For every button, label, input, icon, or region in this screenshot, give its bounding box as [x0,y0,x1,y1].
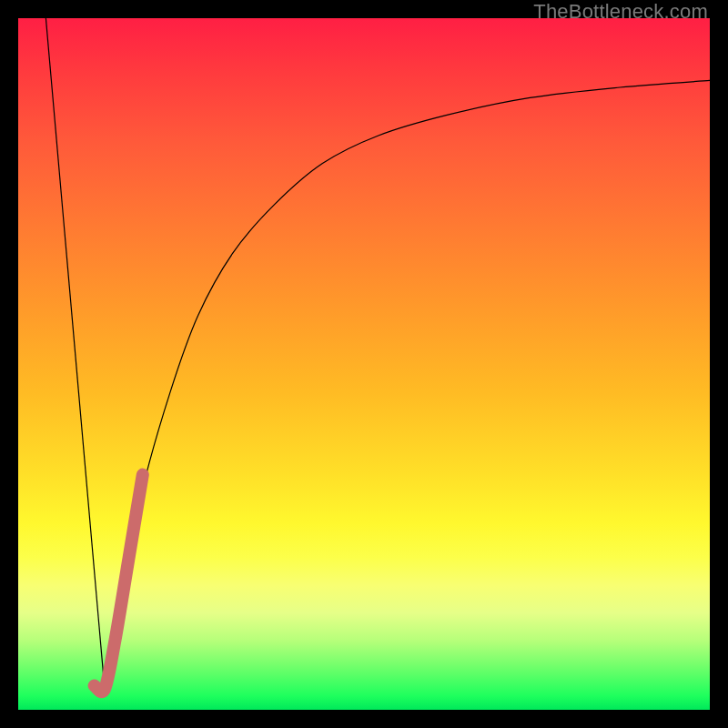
chart-svg [18,18,710,710]
chart-frame: TheBottleneck.com [0,0,728,728]
curve-left-descent [46,18,105,689]
curve-right-saturating [105,80,710,689]
